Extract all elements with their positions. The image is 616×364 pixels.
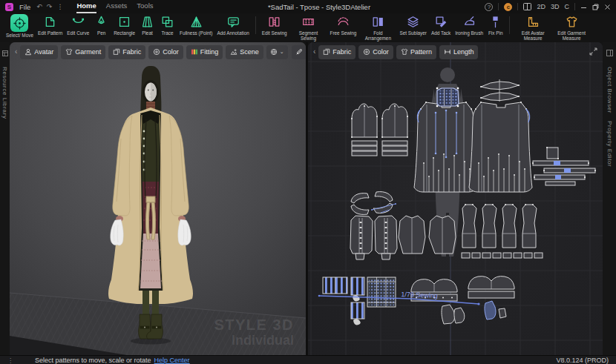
fabric-icon (113, 48, 120, 56)
render-mode-dropdown[interactable]: ⌄ (266, 45, 288, 59)
chevron-down-icon: ⌄ (305, 49, 306, 55)
tool-fix-pin[interactable]: Fix Pin (486, 14, 505, 36)
tool-label: Fix Pin (488, 30, 503, 36)
tab-color[interactable]: Color (148, 45, 183, 59)
tab-home[interactable]: Home (76, 0, 96, 13)
minimize-icon[interactable] (580, 4, 587, 10)
tool-label: Edit Pattern (38, 30, 62, 36)
undo-icon[interactable]: ↶ (36, 4, 42, 10)
watermark: STYLE 3D Individual (214, 317, 294, 348)
tool-set-sublayer[interactable]: Set Sublayer (398, 14, 428, 36)
tab-2d-length[interactable]: Length (439, 45, 479, 59)
tool-pen[interactable]: Pen (92, 14, 111, 36)
main-area: Resource Library (0, 42, 616, 355)
app-logo-icon[interactable]: S (5, 3, 13, 11)
collapse-left-icon[interactable]: ‹ (313, 48, 315, 56)
tool-edit-curve[interactable]: Edit Curve (65, 14, 91, 36)
view-2d-button[interactable]: 2D (537, 3, 545, 10)
tool-rectangle[interactable]: Rectangle (112, 14, 137, 36)
pattern-piece-chest-selected[interactable] (436, 87, 459, 107)
ribbon-tabs: Home Assets Tools (76, 0, 153, 13)
tab-2d-color[interactable]: Color (358, 45, 393, 59)
tool-trace[interactable]: Trace (158, 14, 177, 36)
pattern-piece-vest-back-1[interactable] (399, 216, 425, 254)
titlebar: S File ↶ ↷ ⋮ Home Assets Tools *SadTail … (0, 0, 616, 13)
style-line-dropdown[interactable]: ⌄ (292, 45, 306, 59)
status-message: Select patterns to move, scale or rotate (35, 357, 151, 364)
tab-2d-fabric[interactable]: Fabric (318, 45, 355, 59)
tab-scene[interactable]: Scene (226, 45, 263, 59)
view-3d-button[interactable]: 3D (551, 3, 560, 10)
pattern-piece-sleeve[interactable] (351, 104, 378, 156)
tool-edit-sewing[interactable]: Edit Sewing (261, 14, 289, 36)
object-browser-tab[interactable]: Object Browser (606, 67, 613, 113)
tool-edit-avatar-measure[interactable]: Edit Avatar Measure (514, 14, 551, 41)
viewport-3d[interactable]: ‹ Avatar Garment Fabric Color (10, 42, 306, 355)
color-icon (153, 48, 160, 56)
tool-label: Set Sublayer (399, 30, 427, 36)
pattern-piece-boot[interactable] (462, 204, 476, 248)
tab-fabric[interactable]: Fabric (108, 45, 145, 59)
tool-add-annotation[interactable]: Add Annotation (215, 14, 250, 36)
expand-2d-icon[interactable] (589, 45, 597, 59)
tab-garment[interactable]: Garment (61, 45, 105, 59)
pattern-piece-sleeve-2[interactable] (381, 104, 408, 156)
tab-avatar[interactable]: Avatar (20, 45, 58, 59)
help-icon[interactable]: ? (485, 3, 493, 11)
edit-garment-measure-icon (564, 14, 580, 30)
toolbar-separator (509, 16, 510, 34)
statusbar-handle-icon[interactable]: ⋮ (7, 357, 14, 364)
tool-add-tack[interactable]: Add Tack (430, 14, 452, 36)
tab-2d-pattern[interactable]: Pattern (396, 45, 436, 59)
tool-label: Edit Curve (67, 30, 89, 36)
tab-assets[interactable]: Assets (106, 0, 128, 13)
tool-label: Trace (161, 30, 173, 36)
pleat-icon (140, 14, 155, 30)
tool-label: Fold Arrangemen (361, 30, 395, 41)
pattern-piece-coat-back[interactable] (469, 102, 532, 192)
tool-label: Edit Sewing (262, 30, 287, 36)
tool-edit-pattern[interactable]: Edit Pattern (36, 14, 64, 36)
stylus-icon (295, 48, 303, 56)
restore-icon[interactable] (592, 4, 599, 10)
close-icon[interactable] (604, 4, 611, 10)
viewport-2d[interactable]: 1/79 Sewing ‹ Fabric Color Pattern (308, 42, 603, 355)
tool-segment-sewing[interactable]: Segment Sewing (290, 14, 327, 41)
reset-view-button[interactable]: C (565, 3, 570, 10)
viewport-3d-dropdowns: ⌄ ⌄ (266, 45, 306, 59)
scene-2d: 1/79 Sewing (308, 42, 603, 355)
viewport-3d-tabbar: ‹ Avatar Garment Fabric Color (10, 42, 306, 62)
resource-library-strip[interactable]: Resource Library (0, 42, 10, 355)
menu-file[interactable]: File (18, 3, 32, 11)
tool-free-sewing[interactable]: Free Sewing (329, 14, 358, 36)
tool-ironing-brush[interactable]: Ironing Brush (453, 14, 485, 36)
edit-pattern-icon (42, 14, 58, 30)
tool-edit-garment-measure[interactable]: Edit Garment Measure (553, 14, 590, 41)
tab-tools[interactable]: Tools (137, 0, 153, 13)
more-menu-icon[interactable]: ⋮ (56, 4, 63, 10)
pattern-piece-vest-front-2[interactable] (375, 216, 397, 259)
fold-arrangement-icon (370, 14, 386, 30)
credit-icon[interactable]: c (504, 3, 512, 11)
tool-fold-arrangement[interactable]: Fold Arrangemen (359, 14, 396, 41)
sphere-icon (270, 48, 278, 56)
tool-fullness-point[interactable]: Fullness (Point) (178, 14, 214, 36)
ironing-brush-icon (462, 14, 477, 30)
property-editor-tab[interactable]: Property Editor (606, 121, 613, 167)
redo-icon[interactable]: ↷ (47, 4, 53, 10)
pattern-piece-vest-back-2[interactable] (429, 216, 456, 254)
add-annotation-icon (226, 14, 241, 30)
pattern-piece-vest-front-1[interactable] (350, 216, 373, 259)
avatar-face (145, 83, 157, 102)
tab-fitting[interactable]: Fitting (186, 45, 223, 59)
collapse-left-icon[interactable]: ‹ (15, 48, 17, 56)
pattern-piece-striped-a[interactable] (323, 277, 347, 294)
tool-pleat[interactable]: Pleat (138, 14, 157, 36)
layout-panels-icon[interactable] (523, 3, 531, 10)
tool-select-move[interactable]: Select/ Move (4, 14, 35, 38)
window-controls: ? c 2D 3D C (485, 3, 611, 11)
tool-label: Edit Avatar Measure (516, 30, 550, 41)
help-center-link[interactable]: Help Center (154, 357, 190, 364)
tool-label: Segment Sewing (292, 30, 326, 41)
pattern-piece-dotted[interactable] (367, 277, 396, 307)
